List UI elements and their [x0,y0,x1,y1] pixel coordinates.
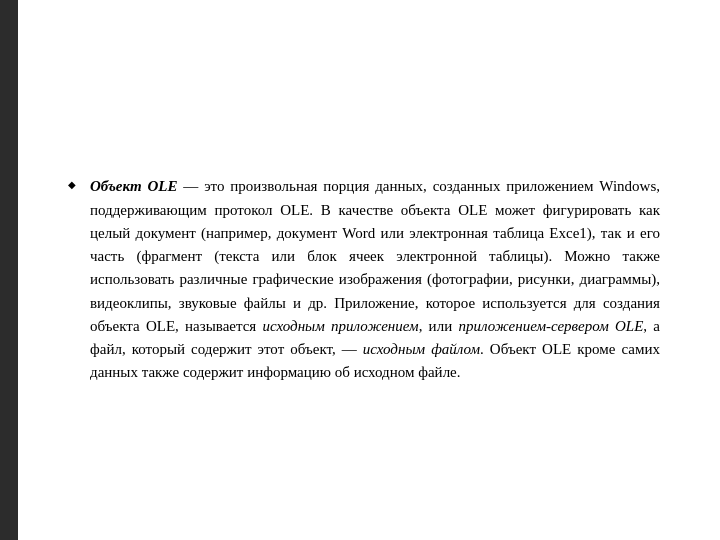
bullet-text: Объект OLE — это произвольная порция дан… [90,175,660,384]
slide-container: ◆ Объект OLE — это произвольная порция д… [0,0,720,540]
bullet-item: ◆ Объект OLE — это произвольная порция д… [68,175,660,384]
content-area: ◆ Объект OLE — это произвольная порция д… [18,0,720,540]
left-bar [0,0,18,540]
bullet-symbol: ◆ [68,179,76,190]
